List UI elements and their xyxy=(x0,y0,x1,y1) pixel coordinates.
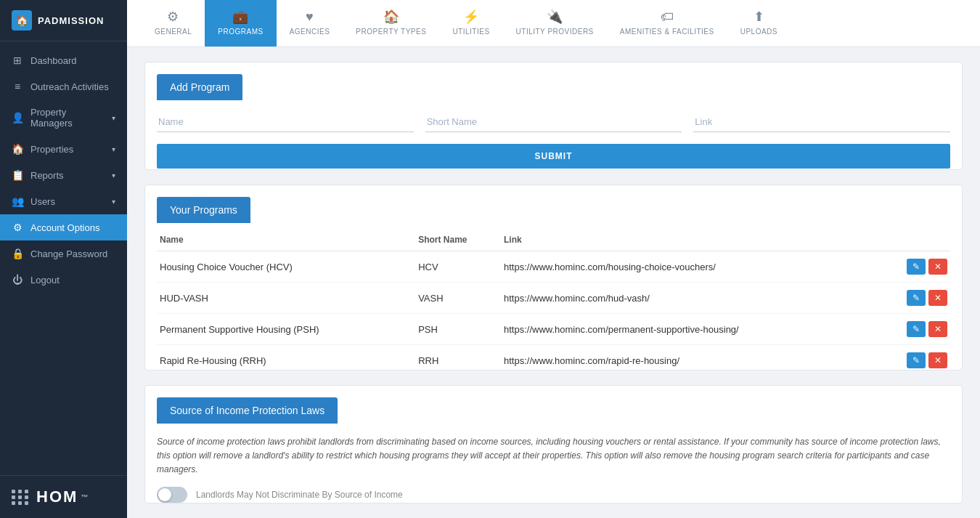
sidebar-item-logout[interactable]: ⏻ Logout xyxy=(0,267,127,293)
programs-table: Name Short Name Link Housing Choice Vouc… xyxy=(157,229,950,370)
program-name-input[interactable] xyxy=(157,112,414,132)
sidebar-item-label: Change Password xyxy=(30,248,107,259)
logo: 🏠 PADMISSION xyxy=(0,0,127,41)
submit-button[interactable]: SUBMIT xyxy=(157,144,950,169)
toggle-label: Landlords May Not Discriminate By Source… xyxy=(196,490,403,500)
tab-uploads[interactable]: ⬆ UPLOADS xyxy=(727,0,791,46)
program-link: https://www.hominc.com/rapid-re-housing/ xyxy=(501,345,878,371)
soi-toggle[interactable] xyxy=(157,487,187,503)
program-actions: ✎ ✕ xyxy=(878,251,950,283)
program-short-name: RRH xyxy=(415,345,501,371)
tab-label: PROPERTY TYPES xyxy=(356,28,426,36)
property-managers-icon: 👤 xyxy=(12,112,23,124)
sidebar-item-reports[interactable]: 📋 Reports ▾ xyxy=(0,162,127,188)
tab-amenities[interactable]: 🏷 AMENITIES & FACILITIES xyxy=(607,1,727,46)
program-link: https://www.hominc.com/permanent-support… xyxy=(501,314,878,345)
tag-icon: 🏷 xyxy=(661,9,674,25)
sidebar: 🏠 PADMISSION ⊞ Dashboard ≡ Outreach Acti… xyxy=(0,0,127,518)
your-programs-card: Your Programs Name Short Name Link Housi… xyxy=(144,185,963,370)
heart-icon: ♥ xyxy=(306,9,314,25)
gear-icon: ⚙ xyxy=(12,222,23,233)
source-of-income-card: Source of Income Protection Laws Source … xyxy=(144,385,963,503)
table-row: Permanent Supportive Housing (PSH) PSH h… xyxy=(157,314,950,345)
program-link: https://www.hominc.com/hud-vash/ xyxy=(501,283,878,314)
hom-dots xyxy=(12,490,29,505)
properties-icon: 🏠 xyxy=(12,143,23,155)
programs-icon: 💼 xyxy=(232,9,249,25)
program-link-input[interactable] xyxy=(693,112,950,132)
sidebar-item-dashboard[interactable]: ⊞ Dashboard xyxy=(0,47,127,73)
col-name: Name xyxy=(157,229,415,251)
program-name: HUD-VASH xyxy=(157,283,415,314)
table-row: HUD-VASH VASH https://www.hominc.com/hud… xyxy=(157,283,950,314)
add-program-header: Add Program xyxy=(157,74,242,100)
sidebar-item-label: Account Options xyxy=(30,222,99,233)
delete-button[interactable]: ✕ xyxy=(928,352,947,368)
tab-utilities[interactable]: ⚡ UTILITIES xyxy=(439,0,502,46)
tab-general[interactable]: ⚙ GENERAL xyxy=(142,0,205,46)
plug-icon: 🔌 xyxy=(547,9,563,25)
sidebar-item-label: Property Managers xyxy=(30,107,105,129)
program-name: Permanent Supportive Housing (PSH) xyxy=(157,314,415,345)
tab-utility-providers[interactable]: 🔌 UTILITY PROVIDERS xyxy=(503,0,607,46)
reports-icon: 📋 xyxy=(12,169,23,181)
sidebar-item-label: Logout xyxy=(30,275,60,286)
chevron-down-icon: ▾ xyxy=(112,114,115,122)
outreach-icon: ≡ xyxy=(12,81,23,92)
sidebar-item-change-password[interactable]: 🔒 Change Password xyxy=(0,240,127,267)
users-icon: 👥 xyxy=(12,195,23,207)
table-row: Housing Choice Voucher (HCV) HCV https:/… xyxy=(157,251,950,283)
program-name: Housing Choice Voucher (HCV) xyxy=(157,251,415,283)
program-actions: ✎ ✕ xyxy=(878,314,950,345)
tab-property-types[interactable]: 🏠 PROPERTY TYPES xyxy=(343,0,439,46)
add-program-body: SUBMIT xyxy=(145,100,962,170)
gear-icon: ⚙ xyxy=(167,9,179,25)
upload-icon: ⬆ xyxy=(754,9,765,25)
tab-label: AMENITIES & FACILITIES xyxy=(620,28,714,36)
edit-button[interactable]: ✎ xyxy=(907,290,926,306)
sidebar-item-outreach[interactable]: ≡ Outreach Activities xyxy=(0,73,127,100)
your-programs-body: Name Short Name Link Housing Choice Vouc… xyxy=(145,229,962,370)
tab-label: UTILITY PROVIDERS xyxy=(516,28,594,36)
top-tabs: ⚙ GENERAL 💼 PROGRAMS ♥ AGENCIES 🏠 PROPER… xyxy=(127,0,980,47)
source-of-income-header: Source of Income Protection Laws xyxy=(157,397,338,424)
edit-button[interactable]: ✎ xyxy=(907,321,926,337)
tab-label: PROGRAMS xyxy=(218,28,263,36)
program-link: https://www.hominc.com/housing-choice-vo… xyxy=(501,251,878,283)
chevron-down-icon: ▾ xyxy=(112,171,115,179)
logo-icon: 🏠 xyxy=(12,10,32,31)
edit-button[interactable]: ✎ xyxy=(907,259,926,275)
add-program-card: Add Program SUBMIT xyxy=(144,62,963,170)
tab-programs[interactable]: 💼 PROGRAMS xyxy=(205,0,276,46)
program-actions: ✎ ✕ xyxy=(878,283,950,314)
sidebar-item-label: Properties xyxy=(30,144,73,155)
sidebar-item-label: Users xyxy=(30,196,55,207)
sidebar-item-property-managers[interactable]: 👤 Property Managers ▾ xyxy=(0,100,127,136)
sidebar-item-label: Reports xyxy=(30,170,64,181)
logo-text: PADMISSION xyxy=(38,15,104,26)
table-row: Rapid Re-Housing (RRH) RRH https://www.h… xyxy=(157,345,950,371)
program-short-name-input[interactable] xyxy=(425,112,682,132)
delete-button[interactable]: ✕ xyxy=(928,321,947,337)
program-short-name: VASH xyxy=(415,283,501,314)
program-short-name: PSH xyxy=(415,314,501,345)
tab-agencies[interactable]: ♥ AGENCIES xyxy=(277,1,343,46)
house-icon: 🏠 xyxy=(383,9,400,25)
source-of-income-body: Source of income protection laws prohibi… xyxy=(145,424,962,503)
col-short-name: Short Name xyxy=(415,229,501,251)
delete-button[interactable]: ✕ xyxy=(928,290,947,306)
sidebar-nav: ⊞ Dashboard ≡ Outreach Activities 👤 Prop… xyxy=(0,41,127,475)
sidebar-item-account-options[interactable]: ⚙ Account Options xyxy=(0,214,127,240)
lock-icon: 🔒 xyxy=(12,248,23,259)
your-programs-header: Your Programs xyxy=(157,197,250,223)
lightning-icon: ⚡ xyxy=(463,9,480,25)
col-actions xyxy=(878,229,950,251)
add-program-form-row xyxy=(157,112,950,132)
logout-icon: ⏻ xyxy=(12,274,23,286)
sidebar-item-properties[interactable]: 🏠 Properties ▾ xyxy=(0,136,127,162)
edit-button[interactable]: ✎ xyxy=(907,352,926,368)
dashboard-icon: ⊞ xyxy=(12,54,23,66)
sidebar-item-label: Outreach Activities xyxy=(30,81,109,92)
delete-button[interactable]: ✕ xyxy=(928,259,947,275)
sidebar-item-users[interactable]: 👥 Users ▾ xyxy=(0,188,127,214)
